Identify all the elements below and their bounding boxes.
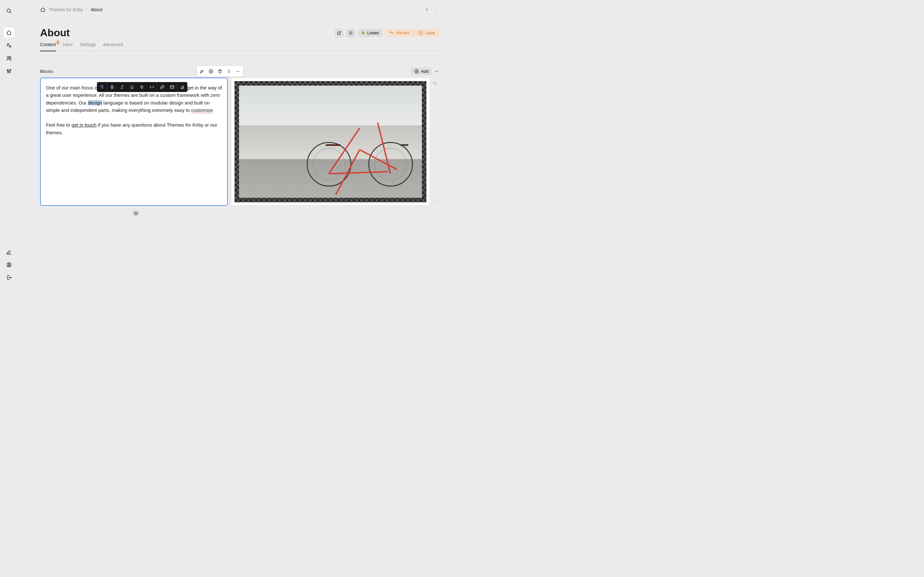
sliders-icon <box>433 81 437 85</box>
home-icon <box>6 30 12 35</box>
block-delete-button[interactable] <box>216 67 225 76</box>
paragraph-icon <box>99 85 104 89</box>
text-paragraph-2: Feel free to get in touch if you have an… <box>46 121 222 136</box>
tab-settings[interactable]: Settings <box>79 42 96 51</box>
nav-system[interactable] <box>4 66 14 76</box>
svg-point-7 <box>8 71 9 73</box>
svg-point-32 <box>437 71 438 71</box>
nav-account[interactable] <box>4 259 14 270</box>
open-preview-button[interactable] <box>334 29 344 37</box>
spellcheck-word: customize <box>191 107 213 113</box>
link-icon <box>160 85 165 89</box>
nav-users[interactable] <box>4 53 14 63</box>
svg-point-9 <box>10 69 11 71</box>
svg-point-14 <box>419 31 423 35</box>
format-underline-button[interactable] <box>127 82 137 92</box>
prev-page-button[interactable] <box>423 6 431 13</box>
tab-advanced[interactable]: Advanced <box>103 42 123 51</box>
svg-point-22 <box>228 72 229 73</box>
svg-point-20 <box>228 71 229 71</box>
add-block-button[interactable]: Add <box>411 67 432 75</box>
block-edit-button[interactable] <box>198 67 207 76</box>
underline-icon <box>129 85 134 89</box>
dots-icon <box>236 69 240 74</box>
account-icon <box>6 262 12 268</box>
nav-languages[interactable] <box>4 40 14 51</box>
format-email-button[interactable] <box>167 82 177 92</box>
svg-point-5 <box>7 70 8 71</box>
search-button[interactable] <box>4 6 14 16</box>
pencil-icon <box>200 69 204 74</box>
chevron-down-icon <box>433 135 437 140</box>
format-italic-button[interactable] <box>117 82 127 92</box>
sidebar <box>0 0 18 288</box>
trash-icon <box>218 69 222 74</box>
svg-line-38 <box>121 85 123 89</box>
tab-hero[interactable]: Hero <box>63 42 73 51</box>
status-dot-icon <box>362 31 365 34</box>
layout-settings-button[interactable] <box>431 79 438 87</box>
blocks-more-button[interactable] <box>433 67 439 76</box>
add-block-below-button[interactable] <box>132 210 140 217</box>
svg-point-30 <box>435 71 435 71</box>
code-icon <box>150 85 154 89</box>
svg-point-26 <box>239 71 239 71</box>
svg-point-49 <box>434 200 435 201</box>
svg-point-50 <box>435 200 436 201</box>
page-settings-button[interactable] <box>346 29 355 37</box>
format-strike-button[interactable] <box>137 82 147 92</box>
bold-icon <box>110 85 115 89</box>
format-clear-button[interactable] <box>178 82 187 92</box>
page-header: About Listed Revert <box>40 27 439 39</box>
page-status-button[interactable]: Listed <box>358 29 383 37</box>
dots-icon <box>434 69 439 74</box>
search-icon <box>6 8 12 14</box>
image-block[interactable] <box>231 77 430 206</box>
svg-point-25 <box>238 71 238 71</box>
nav-site[interactable] <box>4 27 14 38</box>
format-bold-button[interactable] <box>107 82 117 92</box>
next-page-button[interactable] <box>432 6 439 13</box>
plus-circle-icon <box>208 69 213 74</box>
block-more-button[interactable] <box>234 67 242 76</box>
format-link-button[interactable] <box>157 82 167 92</box>
text-block[interactable]: One of our main focus is performance. We… <box>40 77 228 206</box>
text-link[interactable]: get in touch <box>71 122 97 127</box>
blocks-header: Blocks Add <box>40 67 439 76</box>
drag-icon <box>433 198 437 203</box>
layout-collapse-button[interactable] <box>431 134 438 141</box>
blocks-row: One of our main focus is performance. We… <box>40 77 439 206</box>
save-button[interactable]: Save <box>414 29 439 37</box>
block-toolbar <box>196 65 244 77</box>
format-paragraph-button[interactable] <box>97 82 107 92</box>
main: Themes for Kirby / About About Li <box>18 0 462 288</box>
svg-point-21 <box>229 71 230 71</box>
layout-drag-handle[interactable] <box>431 197 438 204</box>
svg-point-2 <box>7 56 9 58</box>
svg-point-47 <box>434 199 435 200</box>
svg-point-13 <box>351 32 352 34</box>
breadcrumb-parent[interactable]: Themes for Kirby <box>49 7 83 12</box>
revert-button[interactable]: Revert <box>385 29 414 37</box>
svg-point-24 <box>236 71 237 71</box>
layout-handles <box>430 77 439 206</box>
svg-point-12 <box>8 263 10 265</box>
users-icon <box>6 55 12 61</box>
external-link-icon <box>337 31 341 35</box>
tab-content[interactable]: Content 1 <box>40 42 56 51</box>
nav-logout[interactable] <box>4 272 14 283</box>
text-format-toolbar <box>97 82 187 92</box>
strikethrough-icon <box>140 85 144 89</box>
chevron-right-icon <box>433 7 438 12</box>
nav-edit[interactable] <box>4 247 14 257</box>
plus-circle-icon <box>414 69 419 74</box>
block-drag-handle[interactable] <box>225 67 234 76</box>
mail-icon <box>170 85 174 89</box>
check-circle-icon <box>418 31 423 35</box>
format-code-button[interactable] <box>147 82 157 92</box>
svg-point-19 <box>229 69 230 70</box>
svg-point-52 <box>435 201 436 202</box>
block-add-button[interactable] <box>207 67 216 76</box>
page-title: About <box>40 27 69 39</box>
svg-point-51 <box>434 201 435 202</box>
